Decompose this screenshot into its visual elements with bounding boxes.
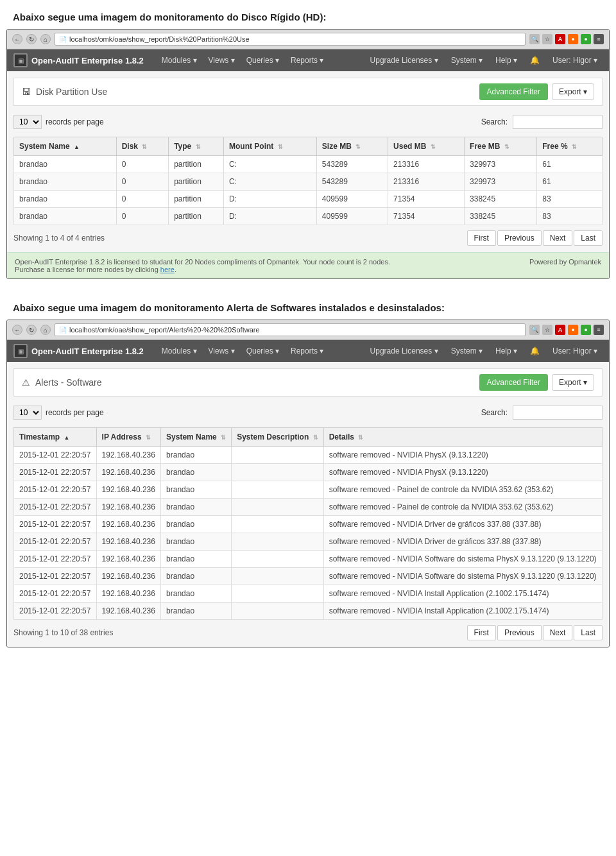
home-button-1[interactable]: ⌂ xyxy=(40,34,51,44)
table-cell: C: xyxy=(224,156,317,173)
th-type[interactable]: Type ⇅ xyxy=(169,137,224,156)
th-disk[interactable]: Disk ⇅ xyxy=(116,137,169,156)
next-btn-1[interactable]: Next xyxy=(543,230,573,246)
nav-help-1[interactable]: Help ▾ xyxy=(490,53,522,67)
url-bar-1[interactable]: 📄 localhost/omk/oae/show_report/Disk%20P… xyxy=(55,33,526,46)
url-bar-2[interactable]: 📄 localhost/omk/oae/show_report/Alerts%2… xyxy=(55,323,526,336)
records-select-2[interactable]: 10 25 50 xyxy=(13,406,42,420)
nav-bell-1[interactable]: 🔔 xyxy=(525,53,545,67)
th-timestamp[interactable]: Timestamp ▲ xyxy=(14,428,97,447)
refresh-button-2[interactable]: ↻ xyxy=(26,325,37,335)
nav-system-1[interactable]: System ▾ xyxy=(446,53,488,67)
nav-system-2[interactable]: System ▾ xyxy=(446,344,488,358)
table-cell: 213316 xyxy=(388,156,465,173)
th-size-mb[interactable]: Size MB ⇅ xyxy=(316,137,388,156)
search-input-1[interactable] xyxy=(513,115,603,129)
th-mount-point[interactable]: Mount Point ⇅ xyxy=(224,137,317,156)
table-cell: partition xyxy=(169,173,224,191)
table-row: 2015-12-01 22:20:57192.168.40.236brandao… xyxy=(14,533,603,551)
alerts-software-table: Timestamp ▲ IP Address ⇅ System Name ⇅ S… xyxy=(13,427,603,620)
ext-icon-4[interactable]: ≡ xyxy=(594,325,604,335)
export-button-2[interactable]: Export ▾ xyxy=(552,374,594,391)
previous-btn-1[interactable]: Previous xyxy=(497,230,542,246)
first-btn-2[interactable]: First xyxy=(467,625,496,640)
search-box-1: Search: xyxy=(481,115,603,129)
th-system-name-2[interactable]: System Name ⇅ xyxy=(161,428,232,447)
nav-reports-1[interactable]: Reports ▾ xyxy=(286,53,329,67)
star-icon-btn[interactable]: ☆ xyxy=(542,34,552,44)
back-button-1[interactable]: ← xyxy=(12,34,22,44)
footer-text-1: Open-AudIT Enterprise 1.8.2 is licensed … xyxy=(15,258,529,266)
table-cell: 2015-12-01 22:20:57 xyxy=(14,464,97,481)
table-row: 2015-12-01 22:20:57192.168.40.236brandao… xyxy=(14,568,603,585)
records-select-1[interactable]: 10 25 50 xyxy=(13,115,42,129)
table-cell: 192.168.40.236 xyxy=(96,516,161,533)
th-free-mb[interactable]: Free MB ⇅ xyxy=(465,137,537,156)
last-btn-1[interactable]: Last xyxy=(574,230,603,246)
table-cell: 0 xyxy=(116,173,169,191)
adblock-icon-2[interactable]: A xyxy=(555,325,565,335)
table-cell: 2015-12-01 22:20:57 xyxy=(14,585,97,603)
th-free-pct[interactable]: Free % ⇅ xyxy=(537,137,603,156)
records-per-page-1: 10 25 50 records per page xyxy=(13,115,104,129)
table-cell: software removed - NVIDIA Software do si… xyxy=(323,551,602,568)
nav-user-1[interactable]: User: Higor ▾ xyxy=(547,53,603,67)
th-ip-address[interactable]: IP Address ⇅ xyxy=(96,428,161,447)
table-cell: 409599 xyxy=(316,191,388,208)
table-cell xyxy=(232,533,324,551)
controls-row-1: 10 25 50 records per page Search: xyxy=(13,112,603,132)
nav-user-2[interactable]: User: Higor ▾ xyxy=(547,344,603,358)
footer-link-1[interactable]: here xyxy=(160,266,175,273)
ext-icon-2[interactable]: ≡ xyxy=(594,34,604,44)
table-row: 2015-12-01 22:20:57192.168.40.236brandao… xyxy=(14,585,603,603)
nav-bell-2[interactable]: 🔔 xyxy=(525,344,545,358)
previous-btn-2[interactable]: Previous xyxy=(497,625,542,640)
search-icon-btn-2[interactable]: 🔍 xyxy=(529,325,540,335)
th-system-name[interactable]: System Name ▲ xyxy=(14,137,117,156)
th-used-mb[interactable]: Used MB ⇅ xyxy=(388,137,465,156)
alerts-icon: ⚠ xyxy=(22,377,30,388)
nav-views-2[interactable]: Views ▾ xyxy=(203,344,240,358)
back-button-2[interactable]: ← xyxy=(12,325,22,335)
nav-reports-2[interactable]: Reports ▾ xyxy=(286,344,329,358)
nav-views-1[interactable]: Views ▾ xyxy=(203,53,240,67)
table-cell: brandao xyxy=(161,464,232,481)
search-icon-btn[interactable]: 🔍 xyxy=(529,34,540,44)
ext-icon-1[interactable]: ● xyxy=(581,34,591,44)
th-system-description[interactable]: System Description ⇅ xyxy=(232,428,324,447)
app-logo-1: ▣ Open-AudIT Enterprise 1.8.2 xyxy=(13,53,144,67)
nav-modules-2[interactable]: Modules ▾ xyxy=(157,344,202,358)
security-icon-2[interactable]: ● xyxy=(568,325,578,335)
adblock-icon[interactable]: A xyxy=(555,34,565,44)
export-button-1[interactable]: Export ▾ xyxy=(552,83,594,100)
star-icon-btn-2[interactable]: ☆ xyxy=(542,325,552,335)
th-details[interactable]: Details ⇅ xyxy=(323,428,602,447)
page-title-bar-1: 🖫 Disk Partition Use Advanced Filter Exp… xyxy=(13,78,603,106)
home-button-2[interactable]: ⌂ xyxy=(40,325,51,335)
search-input-2[interactable] xyxy=(513,406,603,420)
table-cell: 338245 xyxy=(465,208,537,225)
last-btn-2[interactable]: Last xyxy=(574,625,603,640)
url-page-icon: 📄 xyxy=(59,36,67,43)
records-label-1: records per page xyxy=(46,117,104,126)
ext-icon-3[interactable]: ● xyxy=(581,325,591,335)
table-cell: software removed - NVIDIA Software do si… xyxy=(323,568,602,585)
table-cell: brandao xyxy=(14,173,117,191)
nav-queries-2[interactable]: Queries ▾ xyxy=(241,344,284,358)
table-cell: software removed - NVIDIA Driver de gráf… xyxy=(323,516,602,533)
showing-text-1: Showing 1 to 4 of 4 entries xyxy=(13,234,105,243)
nav-upgrade-2[interactable]: Upgrade Licenses ▾ xyxy=(365,344,443,358)
advanced-filter-button-2[interactable]: Advanced Filter xyxy=(479,374,548,391)
security-icon[interactable]: ● xyxy=(568,34,578,44)
nav-queries-1[interactable]: Queries ▾ xyxy=(241,53,284,67)
advanced-filter-button-1[interactable]: Advanced Filter xyxy=(479,83,548,100)
first-btn-1[interactable]: First xyxy=(467,230,496,246)
nav-modules-1[interactable]: Modules ▾ xyxy=(157,53,202,67)
refresh-button-1[interactable]: ↻ xyxy=(26,34,37,44)
nav-help-2[interactable]: Help ▾ xyxy=(490,344,522,358)
next-btn-2[interactable]: Next xyxy=(543,625,573,640)
page-title-right-1: Advanced Filter Export ▾ xyxy=(479,83,594,100)
nav-upgrade-1[interactable]: Upgrade Licenses ▾ xyxy=(365,53,443,67)
table-row: 2015-12-01 22:20:57192.168.40.236brandao… xyxy=(14,481,603,499)
records-label-2: records per page xyxy=(46,408,104,417)
